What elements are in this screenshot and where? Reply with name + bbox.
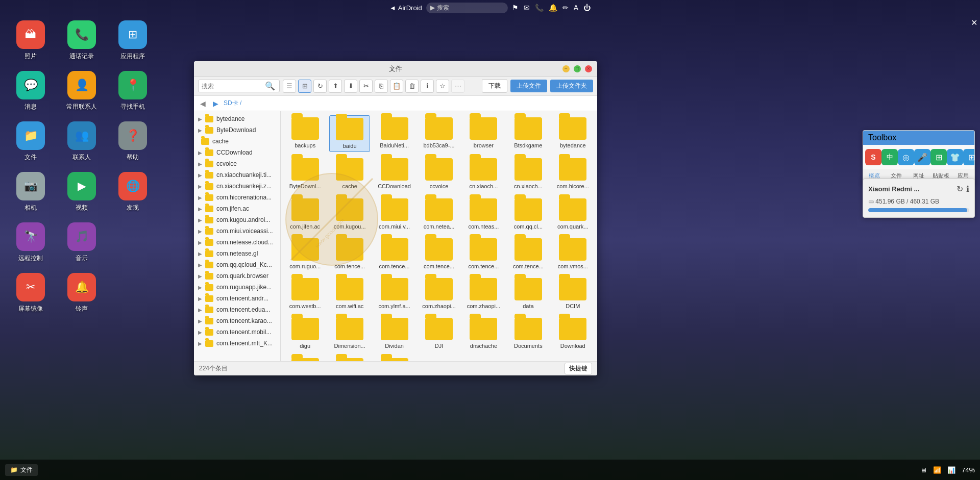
- folder-com-tence3[interactable]: com.tence...: [419, 236, 459, 272]
- sidebar-item-cache[interactable]: cache: [194, 136, 280, 147]
- overlay-close-button[interactable]: ✕: [971, 18, 977, 28]
- folder-data[interactable]: data: [508, 276, 548, 312]
- delete-button[interactable]: 🗑: [405, 80, 419, 93]
- sidebar-item-bytedownload[interactable]: ▶ ByteDownload: [194, 124, 280, 136]
- toolbox-icon-apps2[interactable]: ⊞: [963, 149, 975, 165]
- copy-button[interactable]: ⎘: [375, 80, 388, 93]
- folder-com-tence2[interactable]: com.tence...: [374, 236, 414, 272]
- list-view-button[interactable]: ☰: [283, 80, 296, 93]
- fm-search-box[interactable]: 🔍: [198, 80, 280, 92]
- download-icon-button[interactable]: ⬇: [344, 80, 357, 93]
- folder-cn-xiaoch1[interactable]: cn.xiaoch...: [463, 156, 504, 192]
- app-apps[interactable]: ⊞ 应用程序: [112, 20, 153, 61]
- folder-com-netea1[interactable]: com.netea...: [419, 196, 459, 232]
- paste-button[interactable]: 📋: [390, 80, 403, 93]
- shortcut-button[interactable]: 快捷键: [565, 363, 592, 374]
- fm-search-input[interactable]: [202, 83, 263, 90]
- info-device-button[interactable]: ℹ: [966, 184, 969, 194]
- sidebar-item-com-miui[interactable]: ▶ com.miui.voiceassi...: [194, 225, 280, 237]
- toolbox-icon-zh[interactable]: 中: [881, 149, 898, 165]
- toolbox-icon-circle[interactable]: ◎: [898, 149, 914, 165]
- app-video[interactable]: ▶ 视频: [61, 172, 102, 212]
- taskbar-wifi-icon[interactable]: 📶: [933, 466, 941, 474]
- folder-duilite[interactable]: duilite: [285, 356, 325, 361]
- folder-documents[interactable]: Documents: [508, 316, 548, 351]
- sidebar-item-com-tencent-edua[interactable]: ▶ com.tencent.edua...: [194, 304, 280, 315]
- folder-baiduneti[interactable]: BaiduNeti...: [374, 115, 414, 152]
- folder-ccvoice[interactable]: ccvoice: [419, 156, 459, 192]
- pencil-icon[interactable]: ✏: [562, 4, 569, 12]
- sidebar-item-bytedance[interactable]: ▶ bytedance: [194, 113, 280, 124]
- upload-folder-button[interactable]: 上传文件夹: [550, 80, 593, 92]
- folder-ccdownload[interactable]: CCDownload: [374, 156, 414, 192]
- flag-icon[interactable]: ⚑: [512, 4, 519, 12]
- sidebar-item-com-ruguo[interactable]: ▶ com.ruguoapp.jike...: [194, 282, 280, 293]
- sidebar-item-com-netease-cloud[interactable]: ▶ com.netease.cloud...: [194, 237, 280, 248]
- folder-backups[interactable]: backups: [285, 115, 325, 152]
- toolbox-icon-grid[interactable]: ⊞: [930, 149, 947, 165]
- app-camera[interactable]: 📷 相机: [10, 172, 51, 212]
- sidebar-item-com-netease-gl[interactable]: ▶ com.netease.gl: [194, 248, 280, 259]
- more-button[interactable]: ⋯: [451, 80, 464, 93]
- folder-bytedownl[interactable]: ByteDownl...: [285, 156, 325, 192]
- phone-icon[interactable]: 📞: [535, 4, 544, 12]
- app-ringtone[interactable]: 🔔 铃声: [61, 273, 102, 313]
- app-screen-mirror[interactable]: ✂ 屏幕镜像: [10, 273, 51, 313]
- folder-dnschache[interactable]: dnschache: [463, 316, 504, 351]
- sidebar-item-com-kugou[interactable]: ▶ com.kugou.androi...: [194, 214, 280, 225]
- folder-com-qq-cl[interactable]: com.qq.cl...: [508, 196, 548, 232]
- folder-everphoto[interactable]: Everphoto: [374, 356, 414, 361]
- app-messages[interactable]: 💬 消息: [10, 71, 51, 111]
- folder-dcim[interactable]: DCIM: [553, 276, 593, 312]
- folder-cn-xiaoch2[interactable]: cn.xiaoch...: [508, 156, 548, 192]
- app-discover[interactable]: 🌐 发现: [112, 172, 153, 212]
- app-find-phone[interactable]: 📍 寻找手机: [112, 71, 153, 111]
- folder-com-quark[interactable]: com.quark...: [553, 196, 593, 232]
- app-remote[interactable]: 🔭 远程控制: [10, 222, 51, 263]
- folder-com-vmos[interactable]: com.vmos...: [553, 236, 593, 272]
- cut-button[interactable]: ✂: [359, 80, 373, 93]
- sidebar-item-cn1[interactable]: ▶ cn.xiaochuankeji.ti...: [194, 169, 280, 181]
- refresh-device-button[interactable]: ↻: [957, 184, 963, 194]
- folder-browser[interactable]: browser: [463, 115, 504, 152]
- mail-icon[interactable]: ✉: [524, 4, 530, 12]
- app-photos[interactable]: 🏔 照片: [10, 20, 51, 61]
- refresh-button[interactable]: ↻: [313, 80, 327, 93]
- folder-com-ylmf[interactable]: com.ylmf.a...: [374, 276, 414, 312]
- sidebar-item-com-tencent-mtt[interactable]: ▶ com.tencent.mtt_K...: [194, 338, 280, 349]
- folder-com-tence1[interactable]: com.tence...: [329, 236, 370, 272]
- folder-bytedance[interactable]: bytedance: [553, 115, 593, 152]
- grid-view-button[interactable]: ⊞: [298, 80, 311, 93]
- info-button[interactable]: ℹ: [421, 80, 434, 93]
- download-button[interactable]: 下载: [482, 79, 507, 93]
- folder-com-zhaopi1[interactable]: com.zhaopi...: [419, 276, 459, 312]
- app-contacts[interactable]: 👥 联系人: [61, 121, 102, 162]
- taskbar-signal-icon[interactable]: 📊: [947, 466, 955, 474]
- sidebar-item-com-tencent-karao[interactable]: ▶ com.tencent.karao...: [194, 315, 280, 326]
- folder-cache[interactable]: cache: [329, 156, 370, 192]
- folder-baidu[interactable]: baidu: [329, 115, 370, 152]
- folder-dji[interactable]: DJI: [419, 316, 459, 351]
- app-help[interactable]: ❓ 帮助: [112, 121, 153, 162]
- toolbox-icon-shirt[interactable]: 👕: [947, 149, 963, 165]
- star-button[interactable]: ☆: [436, 80, 449, 93]
- bell-icon[interactable]: 🔔: [549, 4, 557, 12]
- top-search-bar[interactable]: ▶ 搜索: [426, 3, 508, 13]
- toolbox-icon-s[interactable]: S: [865, 149, 881, 165]
- folder-digu[interactable]: digu: [285, 316, 325, 351]
- folder-com-zhaopi2[interactable]: com.zhaopi...: [463, 276, 504, 312]
- folder-dividan[interactable]: Dividan: [374, 316, 414, 351]
- folder-com-tence5[interactable]: com.tence...: [508, 236, 548, 272]
- app-music[interactable]: 🎵 音乐: [61, 222, 102, 263]
- folder-com-wifi-ac[interactable]: com.wifi.ac: [329, 276, 370, 312]
- back-button[interactable]: ◀: [198, 98, 208, 109]
- text-icon[interactable]: A: [574, 4, 578, 12]
- sidebar-item-cn2[interactable]: ▶ cn.xiaochuankeji.z...: [194, 181, 280, 192]
- sidebar-item-ccvoice[interactable]: ▶ ccvoice: [194, 158, 280, 169]
- sidebar-item-com-tencent-andr[interactable]: ▶ com.tencent.andr...: [194, 293, 280, 304]
- folder-emlibs[interactable]: emlibs: [329, 356, 370, 361]
- folder-com-westb[interactable]: com.westb...: [285, 276, 325, 312]
- path-sdcard[interactable]: SD卡 /: [224, 99, 241, 108]
- folder-com-tence4[interactable]: com.tence...: [463, 236, 504, 272]
- sidebar-item-com-quark[interactable]: ▶ com.quark.browser: [194, 270, 280, 282]
